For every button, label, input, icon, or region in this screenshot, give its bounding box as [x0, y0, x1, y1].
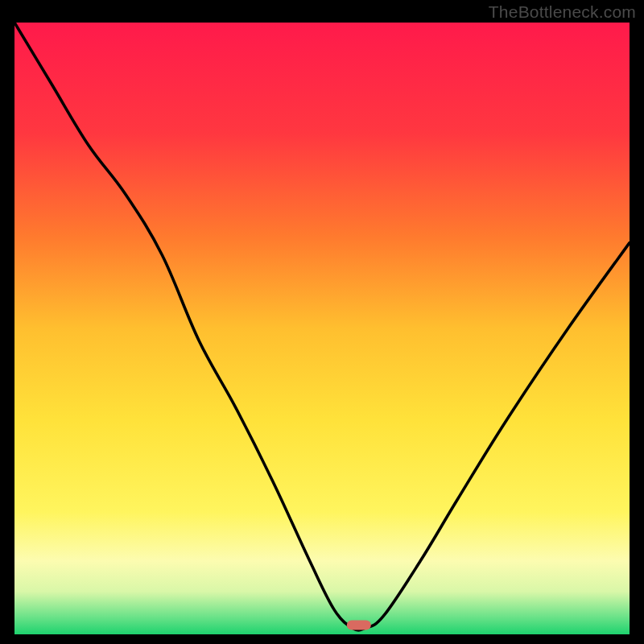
chart-marker — [347, 621, 371, 630]
watermark-text: TheBottleneck.com — [489, 2, 636, 22]
chart-svg — [14, 23, 630, 634]
chart-frame: TheBottleneck.com — [0, 0, 644, 644]
chart-background-gradient — [14, 23, 630, 634]
chart-plot-area — [14, 23, 630, 634]
